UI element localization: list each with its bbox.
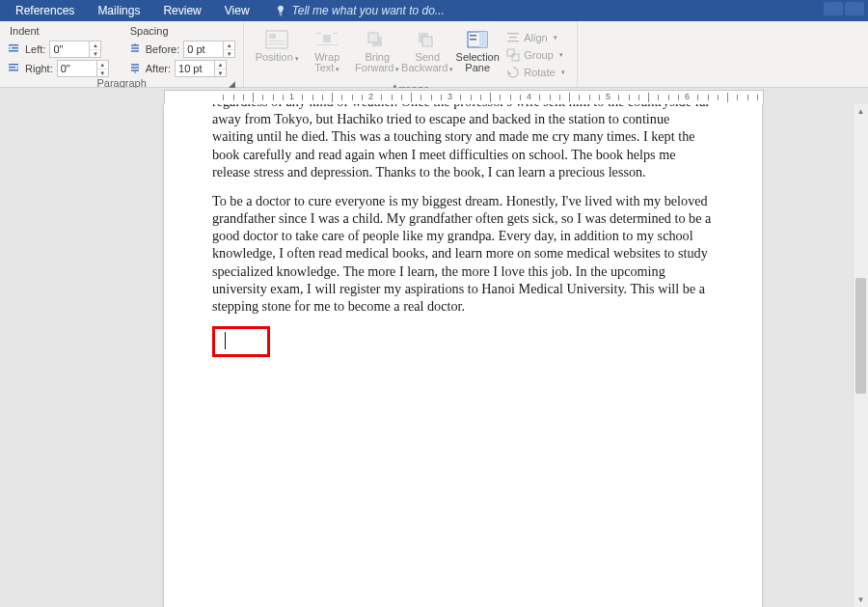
svg-rect-10 bbox=[323, 35, 331, 42]
window-ribbon-toggle[interactable] bbox=[845, 2, 864, 15]
group-button: Group▾ bbox=[506, 47, 564, 63]
tab-review[interactable]: Review bbox=[151, 1, 212, 20]
selection-pane-icon bbox=[464, 29, 491, 50]
indent-left-input[interactable]: ▲▼ bbox=[49, 41, 101, 58]
send-backward-button: SendBackward▾ bbox=[402, 27, 452, 76]
svg-rect-1 bbox=[12, 47, 18, 49]
scroll-down-arrow[interactable]: ▼ bbox=[854, 593, 868, 607]
svg-rect-11 bbox=[316, 33, 321, 34]
position-icon bbox=[263, 29, 290, 50]
svg-rect-3 bbox=[9, 64, 18, 66]
indent-right-spin-up[interactable]: ▲ bbox=[97, 61, 108, 69]
spacing-after-label: After: bbox=[146, 63, 171, 74]
align-icon bbox=[506, 31, 520, 44]
doc-paragraph-1[interactable]: regardless of any kind of weather. Once … bbox=[212, 104, 714, 180]
group-paragraph: Indent Left: ▲▼ Right: bbox=[0, 21, 244, 87]
vertical-scrollbar[interactable]: ▲ ▼ bbox=[853, 104, 868, 607]
svg-rect-22 bbox=[507, 33, 519, 34]
scroll-up-arrow[interactable]: ▲ bbox=[854, 104, 868, 119]
group-arrange: Position▾ WrapText▾ BringForward▾ SendBa… bbox=[244, 21, 577, 87]
indent-left-spin-up[interactable]: ▲ bbox=[90, 41, 100, 50]
bring-forward-icon bbox=[364, 29, 391, 50]
arrange-mini-column: Align▾ Group▾ Rotate▾ bbox=[502, 27, 568, 83]
ruler-number: 5 bbox=[606, 92, 610, 101]
wrap-text-icon bbox=[313, 29, 340, 50]
indent-right-input[interactable]: ▲▼ bbox=[57, 60, 109, 77]
indent-heading: Indent bbox=[8, 25, 109, 37]
svg-rect-15 bbox=[368, 33, 378, 42]
tell-me-text: Tell me what you want to do... bbox=[292, 4, 445, 17]
svg-rect-7 bbox=[269, 34, 276, 39]
indent-right-spin-down[interactable]: ▼ bbox=[97, 69, 108, 77]
ribbon-tab-strip: References Mailings Review View Tell me … bbox=[0, 0, 868, 21]
svg-rect-9 bbox=[269, 43, 285, 44]
ruler-number: 1 bbox=[289, 92, 294, 101]
indent-left-icon bbox=[8, 42, 21, 56]
svg-rect-26 bbox=[512, 54, 519, 61]
page-1[interactable]: regardless of any kind of weather. Once … bbox=[164, 104, 762, 607]
spacing-before-icon bbox=[128, 42, 142, 56]
ribbon-panel: Indent Left: ▲▼ Right: bbox=[0, 21, 868, 88]
svg-rect-5 bbox=[9, 69, 18, 71]
tell-me-search[interactable]: Tell me what you want to do... bbox=[275, 4, 445, 17]
window-controls bbox=[824, 2, 864, 15]
svg-rect-13 bbox=[316, 44, 338, 45]
indent-left-label: Left: bbox=[25, 43, 45, 55]
indent-column: Indent Left: ▲▼ Right: bbox=[8, 25, 109, 77]
ruler-number: 6 bbox=[685, 92, 690, 101]
spacing-after-icon bbox=[128, 62, 142, 75]
spacing-before-input[interactable]: ▲▼ bbox=[183, 41, 235, 58]
spacing-after-value[interactable] bbox=[176, 62, 214, 75]
ruler-number: 3 bbox=[448, 92, 452, 101]
horizontal-ruler[interactable]: 123456 bbox=[164, 90, 764, 105]
svg-rect-23 bbox=[509, 37, 517, 38]
spacing-after-spin-down[interactable]: ▼ bbox=[215, 69, 226, 77]
svg-rect-6 bbox=[266, 31, 287, 48]
svg-rect-17 bbox=[422, 37, 432, 46]
spacing-before-spin-down[interactable]: ▼ bbox=[224, 50, 234, 58]
align-button: Align▾ bbox=[506, 30, 564, 45]
lightbulb-icon bbox=[275, 5, 286, 16]
doc-paragraph-2[interactable]: To be a doctor to cure everyone is my bi… bbox=[212, 192, 714, 315]
ruler-number: 2 bbox=[368, 92, 373, 101]
indent-right-icon bbox=[8, 62, 21, 75]
svg-rect-20 bbox=[470, 35, 476, 37]
indent-right-value[interactable] bbox=[58, 62, 96, 75]
scroll-thumb[interactable] bbox=[855, 278, 866, 394]
rotate-icon bbox=[506, 66, 520, 79]
indent-right-label: Right: bbox=[25, 63, 53, 74]
indent-left-value[interactable] bbox=[50, 42, 89, 56]
position-button: Position▾ bbox=[252, 27, 302, 66]
svg-rect-21 bbox=[470, 39, 476, 41]
document-area[interactable]: regardless of any kind of weather. Once … bbox=[0, 104, 868, 607]
ruler-number: 4 bbox=[527, 92, 531, 101]
send-backward-icon bbox=[414, 29, 441, 50]
svg-rect-25 bbox=[507, 49, 514, 56]
bring-forward-button: BringForward▾ bbox=[352, 27, 402, 76]
spacing-before-label: Before: bbox=[146, 43, 179, 55]
wrap-text-button: WrapText▾ bbox=[302, 27, 352, 76]
svg-rect-8 bbox=[269, 41, 285, 41]
svg-rect-19 bbox=[479, 32, 487, 47]
svg-rect-0 bbox=[9, 44, 18, 46]
spacing-before-value[interactable] bbox=[184, 42, 223, 56]
rotate-button: Rotate▾ bbox=[506, 65, 564, 80]
tab-view[interactable]: View bbox=[213, 1, 261, 20]
indent-left-spin-down[interactable]: ▼ bbox=[90, 50, 100, 58]
spacing-before-spin-up[interactable]: ▲ bbox=[224, 41, 234, 50]
spacing-heading: Spacing bbox=[128, 25, 235, 37]
spacing-column: Spacing Before: ▲▼ After: bbox=[128, 25, 235, 77]
group-icon bbox=[506, 48, 520, 62]
spacing-after-input[interactable]: ▲▼ bbox=[175, 60, 227, 77]
svg-rect-2 bbox=[9, 50, 18, 52]
svg-rect-24 bbox=[507, 41, 519, 41]
text-caret-icon bbox=[225, 332, 226, 349]
svg-rect-12 bbox=[333, 33, 338, 34]
ruler-area: 123456 bbox=[0, 88, 868, 105]
spacing-after-spin-up[interactable]: ▲ bbox=[215, 61, 226, 69]
tab-references[interactable]: References bbox=[4, 1, 86, 20]
tab-mailings[interactable]: Mailings bbox=[86, 1, 151, 20]
window-help-button[interactable] bbox=[824, 2, 843, 15]
selection-pane-button[interactable]: SelectionPane bbox=[452, 27, 502, 75]
svg-rect-4 bbox=[9, 67, 15, 69]
